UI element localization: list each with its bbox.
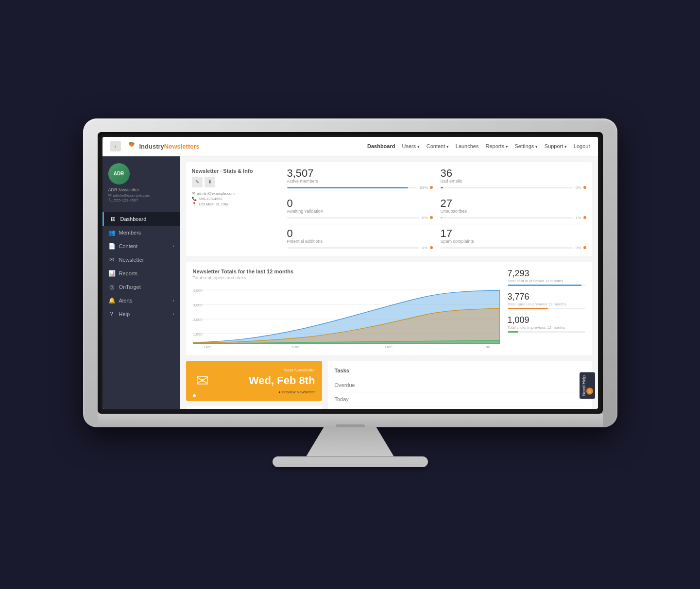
sidebar-item-label: Reports xyxy=(119,270,138,276)
nav-settings[interactable]: Settings xyxy=(515,143,538,149)
chart-subtitle: Total sent, opens and clicks xyxy=(193,275,500,280)
newsletter-dot xyxy=(193,394,196,397)
monitor-base-top xyxy=(98,414,603,427)
profile-actions: ✎ ⬇ xyxy=(192,177,279,187)
nav-logout[interactable]: Logout xyxy=(574,143,590,149)
stat-bad-emails: 36 Bad emails 0% xyxy=(441,168,586,190)
task-today[interactable]: Today xyxy=(335,392,585,406)
potential-pct: 0% xyxy=(422,246,433,250)
sidebar-item-content[interactable]: 📄 Content › xyxy=(102,239,180,253)
awaiting-bar: 0% xyxy=(287,216,433,220)
screen-bezel: ‹ IndustryNewsletters Dashboard xyxy=(98,132,603,414)
pct-dot xyxy=(430,186,433,189)
svg-text:1,000: 1,000 xyxy=(193,332,203,336)
monitor-wrapper: ‹ IndustryNewsletters Dashboard xyxy=(83,118,617,471)
nav-logo: IndustryNewsletters xyxy=(126,140,200,152)
sidebar-item-newsletter[interactable]: ✉ Newsletter xyxy=(102,253,180,267)
bad-emails-bar-track xyxy=(441,187,573,188)
stats-section: Newsletter · Stats & Info ✎ ⬇ ✉ admin@ex… xyxy=(186,162,592,256)
profile-email-detail: ✉ admin@example.com xyxy=(192,191,279,196)
active-members-pct: 93% xyxy=(420,185,432,190)
phone-icon: 📞 xyxy=(108,198,113,202)
nav-reports[interactable]: Reports xyxy=(485,143,508,149)
newsletter-icon: ✉ xyxy=(108,256,115,263)
chart-legend: 7,293 Total sent in previous 12 months 3… xyxy=(508,269,585,348)
nav-users[interactable]: Users xyxy=(402,143,419,149)
profile-phone-detail: 📞 555-123-4567 xyxy=(192,197,279,201)
svg-text:Oct: Oct xyxy=(204,344,211,348)
stats-profile-col: Newsletter · Stats & Info ✎ ⬇ ✉ admin@ex… xyxy=(192,168,279,250)
ontarget-icon: ◎ xyxy=(108,284,115,290)
svg-text:Dec: Dec xyxy=(385,344,393,348)
pct-dot xyxy=(583,216,586,219)
sidebar-item-label: OnTarget xyxy=(119,284,141,290)
awaiting-bar-track xyxy=(287,217,419,219)
legend-opens-bar xyxy=(508,308,585,309)
sidebar-item-members[interactable]: 👥 Members xyxy=(102,226,180,239)
spam-bar: 0% xyxy=(441,246,586,250)
legend-clicks-label: Total clicks in previous 12 months xyxy=(508,325,585,330)
legend-opens-number: 3,776 xyxy=(508,292,585,302)
stats-profile-name: Newsletter · Stats & Info xyxy=(192,168,279,174)
tasks-title: Tasks xyxy=(335,368,585,373)
sidebar-item-dashboard[interactable]: ⊞ Dashboard xyxy=(102,212,180,226)
stat-active-members: 3,507 Active members 93% xyxy=(287,168,433,190)
stats-main-col: 3,507 Active members 93% xyxy=(287,168,586,250)
legend-clicks-number: 1,009 xyxy=(508,315,585,325)
potential-bar: 0% xyxy=(287,246,433,250)
monitor-screen: ‹ IndustryNewsletters Dashboard xyxy=(102,137,598,409)
back-button[interactable]: ‹ xyxy=(110,141,121,151)
stats-row-top: 3,507 Active members 93% xyxy=(287,168,586,190)
sidebar-item-ontarget[interactable]: ◎ OnTarget xyxy=(102,280,180,294)
sidebar: ADR ADR Newsletter ✉ admin@example.com 📞… xyxy=(102,156,180,409)
active-members-bar: 93% xyxy=(287,185,433,190)
mail-icon-small: ✉ xyxy=(192,191,195,196)
alert-card-total: 🔔 Total Article Alerts 0 xyxy=(186,406,322,409)
profile-address-detail: 📍 123 Main St, City xyxy=(192,202,279,206)
sidebar-item-alerts[interactable]: 🔔 Alerts › xyxy=(102,294,180,307)
legend-clicks: 1,009 Total clicks in previous 12 months xyxy=(508,315,585,333)
profile-phone: 📞 555-123-4567 xyxy=(108,198,174,202)
bottom-row: Next Newsletter ✉ Wed, Feb 8th ● Preview… xyxy=(186,361,592,409)
legend-sent-fill xyxy=(508,285,581,286)
dashboard-icon: ⊞ xyxy=(110,216,117,222)
sidebar-item-help[interactable]: ? Help › xyxy=(102,307,180,321)
logo-icon xyxy=(126,140,137,152)
bad-emails-bar-fill xyxy=(441,187,443,188)
edit-button[interactable]: ✎ xyxy=(192,177,203,187)
envelope-icon: ✉ xyxy=(196,371,209,390)
pct-dot xyxy=(583,186,586,189)
legend-sent: 7,293 Total sent in previous 12 months xyxy=(508,269,585,286)
next-newsletter-label: Next Newsletter xyxy=(193,368,315,372)
potential-label: Potential additions xyxy=(287,239,433,244)
newsletter-preview[interactable]: ● Preview Newsletter xyxy=(193,390,315,394)
unsubscribes-bar-fill xyxy=(441,217,442,219)
sidebar-item-reports[interactable]: 📊 Reports xyxy=(102,267,180,280)
content-area: Newsletter · Stats & Info ✎ ⬇ ✉ admin@ex… xyxy=(180,156,598,409)
unsubscribes-label: Unsubscribes xyxy=(441,209,586,214)
task-overdue[interactable]: Overdue xyxy=(335,378,585,392)
unsubscribes-bar: 1% xyxy=(441,216,586,220)
svg-text:Jan: Jan xyxy=(483,344,491,348)
need-help-badge[interactable]: Need Help xyxy=(580,372,595,399)
spam-pct: 0% xyxy=(576,246,586,250)
pct-dot xyxy=(583,246,586,249)
profile-email: ✉ admin@example.com xyxy=(108,193,174,198)
nav-support[interactable]: Support xyxy=(545,143,567,149)
chart-area: Newsletter Totals for the last 12 months… xyxy=(193,269,500,348)
newsletter-col: Next Newsletter ✉ Wed, Feb 8th ● Preview… xyxy=(186,361,322,409)
unsubscribes-bar-track xyxy=(441,217,573,219)
svg-text:Nov: Nov xyxy=(291,344,300,348)
nav-content[interactable]: Content xyxy=(427,143,449,149)
sidebar-nav: ⊞ Dashboard 👥 Members 📄 Content › xyxy=(102,210,180,321)
task-this-week[interactable]: This Week xyxy=(335,406,585,409)
legend-sent-label: Total sent in previous 12 months xyxy=(508,279,585,283)
pct-dot xyxy=(430,216,433,219)
nav-launches[interactable]: Launches xyxy=(456,143,479,149)
download-button[interactable]: ⬇ xyxy=(205,177,215,187)
nav-dashboard[interactable]: Dashboard xyxy=(367,143,395,149)
sidebar-item-label: Dashboard xyxy=(120,216,147,222)
pct-dot xyxy=(430,246,433,249)
chart-title: Newsletter Totals for the last 12 months xyxy=(193,269,500,274)
reports-icon: 📊 xyxy=(108,270,115,277)
